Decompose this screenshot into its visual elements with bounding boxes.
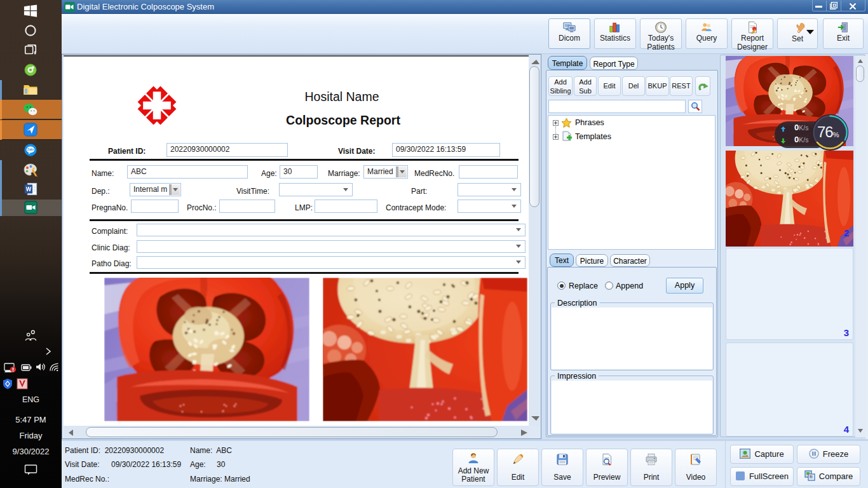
svg-text:Zalo: Zalo (27, 147, 34, 151)
